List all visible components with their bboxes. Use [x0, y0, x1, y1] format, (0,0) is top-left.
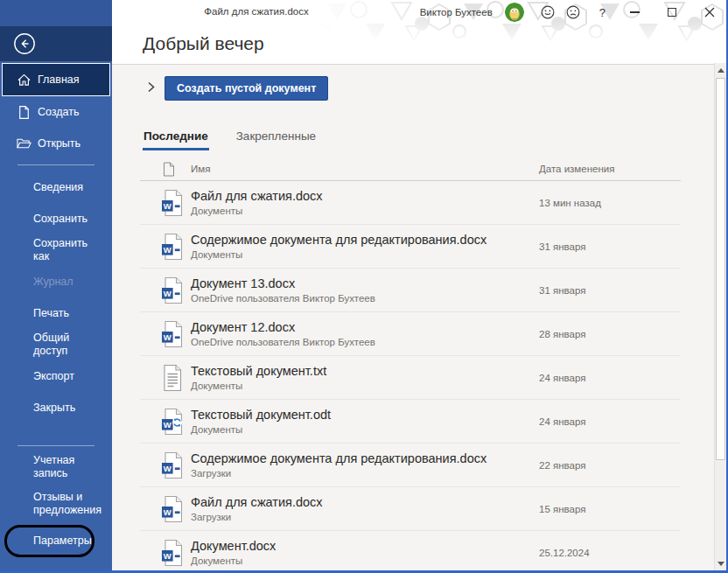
recent-file-row[interactable]: W Документ 13.docx OneDrive пользователя…	[140, 269, 681, 312]
sidebar-item-home[interactable]: Главная	[2, 63, 110, 96]
recent-file-row[interactable]: W Файл для сжатия.docx Документы 13 мин …	[140, 181, 681, 225]
column-header-name[interactable]: Имя	[191, 164, 210, 174]
file-date: 28 января	[539, 329, 585, 339]
file-location: Документы	[191, 380, 326, 393]
word-docx-icon: W	[161, 451, 184, 479]
sidebar-item-account[interactable]: Учетная запись	[0, 451, 112, 483]
recent-pinned-tabs: ПоследниеЗакрепленные	[143, 129, 317, 150]
svg-text:W: W	[164, 289, 172, 298]
sidebar-item-open[interactable]: Открыть	[0, 128, 112, 159]
tab-recent[interactable]: Последние	[143, 129, 209, 150]
document-icon	[163, 162, 175, 177]
open-folder-icon	[17, 136, 32, 151]
sidebar-item-save[interactable]: Сохранить	[0, 203, 112, 234]
help-button[interactable]: ?	[599, 6, 606, 19]
sidebar-item-share[interactable]: Общий доступ	[0, 329, 112, 360]
file-location: Документы	[191, 248, 486, 262]
svg-text:W: W	[164, 332, 172, 342]
sidebar-divider	[18, 164, 94, 165]
minimize-icon	[630, 11, 640, 12]
expand-gallery-button[interactable]	[147, 81, 157, 95]
back-button[interactable]	[13, 32, 36, 55]
sidebar-item-label: Создать	[38, 106, 80, 119]
file-date: 31 января	[539, 285, 585, 296]
sidebar-item-label: Сведения	[33, 181, 83, 194]
close-icon	[704, 7, 715, 17]
file-name: Файл для сжатия.docx	[191, 188, 323, 204]
svg-text:W: W	[164, 551, 172, 561]
column-header-date[interactable]: Дата изменения	[539, 164, 614, 174]
word-docx-icon: W	[161, 189, 184, 217]
word-docx-icon: W	[161, 276, 184, 304]
backstage-main: Файл для сжатия.docx Виктор Бухтеев	[112, 0, 726, 570]
recent-file-row[interactable]: Текстовый документ.txt Документы 24 янва…	[140, 356, 681, 400]
word-docx-icon: W	[161, 539, 184, 567]
scrollbar-thumb[interactable]	[716, 78, 725, 460]
file-location: OneDrive пользователя Виктор Бухтеев	[191, 292, 375, 305]
file-name: Документ 12.docx	[191, 319, 375, 335]
minimize-button[interactable]	[628, 6, 640, 18]
word-docx-icon: W	[161, 233, 184, 261]
svg-text:W: W	[164, 420, 172, 430]
window-title: Файл для сжатия.docx	[112, 6, 401, 17]
sidebar-item-create[interactable]: Создать	[0, 96, 112, 128]
word-docx-icon: W	[161, 320, 184, 348]
create-blank-document-button[interactable]: Создать пустой документ	[164, 76, 328, 101]
feedback-smile-button[interactable]	[540, 4, 556, 20]
file-name: Файл для сжатия.docx	[191, 494, 323, 510]
sidebar-item-label: Общий доступ	[33, 332, 102, 358]
tab-pinned[interactable]: Закрепленные	[235, 129, 317, 150]
arrow-down-icon	[718, 562, 724, 566]
sidebar-item-feedback[interactable]: Отзывы и предложения	[0, 483, 112, 525]
sidebar-item-label: Параметры	[33, 535, 92, 548]
sidebar-item-save-as[interactable]: Сохранить как	[0, 234, 112, 266]
sidebar-item-close[interactable]: Закрыть	[0, 392, 112, 423]
file-location: OneDrive пользователя Виктор Бухтеев	[191, 336, 375, 349]
scrollbar-down-button[interactable]	[715, 556, 726, 570]
file-name: Документ 13.docx	[191, 276, 375, 291]
tab-label: Закрепленные	[236, 129, 316, 143]
sidebar-divider	[18, 445, 94, 446]
file-name: Документ.docx	[191, 538, 276, 554]
user-avatar[interactable]	[505, 3, 524, 22]
recent-file-row[interactable]: W Содержимое документа для редактировани…	[140, 225, 681, 269]
sidebar-item-label: Экспорт	[33, 370, 74, 383]
maximize-icon	[668, 8, 676, 17]
sidebar-item-label: Закрыть	[33, 402, 75, 415]
file-date: 15 января	[539, 504, 585, 514]
maximize-button[interactable]	[666, 6, 678, 18]
file-location: Загрузки	[191, 511, 323, 524]
sidebar-item-history[interactable]: Журнал	[0, 266, 112, 297]
svg-text:W: W	[164, 507, 172, 517]
file-location: Документы	[191, 205, 323, 218]
file-date: 25.12.2024	[539, 548, 590, 558]
recent-file-row[interactable]: W Файл для сжатия.docx Загрузки 15 январ…	[140, 487, 681, 531]
recent-file-row[interactable]: W Документ 12.docx OneDrive пользователя…	[140, 312, 681, 356]
recent-file-row[interactable]: W Документ.docx Документы 25.12.2024	[140, 531, 681, 573]
file-name: Содержимое документа для редактирования.…	[191, 232, 486, 248]
sidebar-item-label: Отзывы и предложения	[33, 491, 102, 517]
text-file-icon	[161, 364, 184, 392]
chevron-right-icon	[147, 81, 157, 95]
vertical-scrollbar[interactable]	[714, 63, 726, 570]
sidebar-item-options[interactable]: Параметры	[0, 525, 112, 556]
sidebar-item-label: Открыть	[38, 137, 80, 150]
word-odt-icon: W	[161, 408, 184, 436]
file-date: 31 января	[539, 241, 585, 252]
recent-file-row[interactable]: W Текстовый документ.odt Документы 24 ян…	[140, 400, 681, 444]
recent-file-row[interactable]: W Содержимое документа для редактировани…	[140, 444, 681, 487]
scrollbar-up-button[interactable]	[715, 63, 726, 77]
feedback-frown-button[interactable]	[565, 4, 581, 20]
file-date: 24 января	[539, 416, 585, 427]
smiley-face-icon	[540, 4, 556, 20]
file-date: 13 мин назад	[539, 198, 601, 208]
sidebar-item-info[interactable]: Сведения	[0, 171, 112, 203]
file-location: Документы	[191, 555, 276, 568]
close-button[interactable]	[704, 6, 716, 18]
svg-text:W: W	[164, 464, 172, 473]
file-date: 22 января	[539, 460, 585, 471]
sidebar-item-export[interactable]: Экспорт	[0, 360, 112, 392]
recent-files-list: Имя Дата изменения W Файл для сжатия.doc…	[140, 157, 681, 573]
sidebar-item-label: Учетная запись	[33, 454, 102, 480]
sidebar-item-print[interactable]: Печать	[0, 297, 112, 329]
